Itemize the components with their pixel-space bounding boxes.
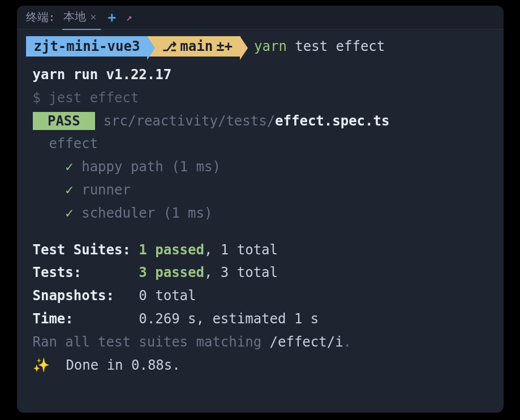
pass-badge: PASS xyxy=(33,112,96,130)
file-name: effect.spec.ts xyxy=(275,113,389,129)
test-name: runner xyxy=(74,182,131,198)
snapshots-summary: Snapshots: 0 total xyxy=(33,284,488,308)
done-line: ✨ Done in 0.88s. xyxy=(33,354,488,377)
tab-bar: 终端: 本地 × + ↗ xyxy=(17,6,504,29)
ran-matching-line: Ran all test suites matching /effect/i. xyxy=(33,331,488,354)
tab-name: 本地 xyxy=(63,9,86,24)
pass-line: PASS src/reactivity/tests/effect.spec.ts xyxy=(33,110,488,133)
check-icon: ✓ xyxy=(65,159,73,175)
test-suites-summary: Test Suites: 1 passed, 1 total xyxy=(33,239,488,262)
test-result-line: ✓ scheduler (1 ms) xyxy=(33,202,488,225)
sparkle-icon: ✨ xyxy=(33,357,50,373)
prompt-line: zjt-mini-vue3 ⎇ main ±+ yarn test effect xyxy=(17,29,504,63)
terminal-window: 终端: 本地 × + ↗ zjt-mini-vue3 ⎇ main ±+ yar… xyxy=(17,6,504,413)
branch-name: main xyxy=(180,38,213,54)
close-icon[interactable]: × xyxy=(91,11,97,23)
check-icon: ✓ xyxy=(65,182,73,198)
jest-cmd-line: $ jest effect xyxy=(33,86,488,110)
test-name: happy path (1 ms) xyxy=(74,159,221,175)
check-icon: ✓ xyxy=(65,205,73,221)
prompt-directory: zjt-mini-vue3 xyxy=(26,36,148,57)
tab-bar-title: 终端: xyxy=(26,10,55,25)
terminal-output[interactable]: yarn run v1.22.17 $ jest effect PASS src… xyxy=(17,63,504,376)
time-summary: Time: 0.269 s, estimated 1 s xyxy=(33,308,488,331)
file-path-dim: src/reactivity/tests/ xyxy=(104,113,275,129)
prompt-git-branch: ⎇ main ±+ xyxy=(148,36,240,57)
yarn-run-line: yarn run v1.22.17 xyxy=(33,63,488,86)
tab-item[interactable]: 本地 × xyxy=(62,6,101,30)
test-name: scheduler (1 ms) xyxy=(74,205,213,221)
branch-icon: ⎇ xyxy=(162,40,177,54)
test-result-line: ✓ happy path (1 ms) xyxy=(33,155,488,179)
command-args: test effect xyxy=(287,38,385,54)
suite-name: effect xyxy=(33,132,488,155)
test-result-line: ✓ runner xyxy=(33,179,488,202)
add-tab-icon[interactable]: + xyxy=(108,10,115,25)
command-executable: yarn xyxy=(254,38,287,54)
command-input[interactable]: yarn test effect xyxy=(240,38,385,54)
git-status: ±+ xyxy=(216,38,233,54)
expand-icon[interactable]: ↗ xyxy=(126,11,132,23)
tests-summary: Tests: 3 passed, 3 total xyxy=(33,261,488,284)
